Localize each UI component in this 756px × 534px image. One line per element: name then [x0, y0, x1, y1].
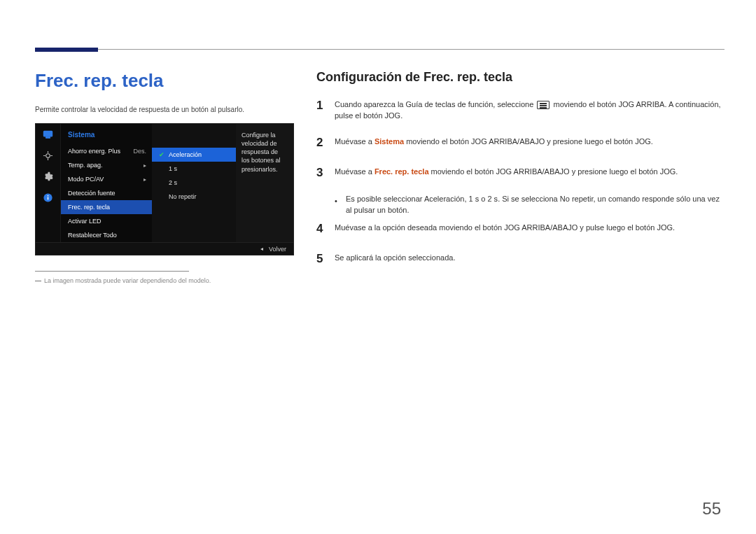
step-text: Cuando aparezca la Guía de teclas de fun… — [335, 97, 722, 122]
osd-row-modo: Modo PC/AV▸ — [61, 172, 152, 186]
step-number: 1 — [316, 97, 326, 122]
osd-footer-label: Volver — [269, 246, 286, 253]
footnote-dash: ― — [35, 277, 41, 284]
bullet-dot: • — [335, 194, 339, 216]
intro-text: Permite controlar la velocidad de respue… — [35, 106, 294, 113]
osd-sub-1s: ✔1 s — [152, 162, 236, 176]
step-number: 4 — [316, 220, 326, 238]
osd-row-frec: Frec. rep. tecla — [61, 200, 152, 214]
step-number: 3 — [316, 164, 326, 182]
page-number: 55 — [702, 499, 721, 519]
osd-iconbar — [36, 124, 61, 242]
footnote: ― La imagen mostrada puede variar depend… — [35, 277, 294, 284]
svg-rect-0 — [43, 131, 52, 136]
svg-rect-4 — [48, 197, 49, 199]
step-5: 5 Se aplicará la opción seleccionada. — [316, 251, 722, 268]
gear-icon — [36, 166, 60, 187]
target-icon — [36, 145, 60, 166]
osd-screenshot: Sistema Ahorro energ. PlusDes. Temp. apa… — [35, 123, 294, 255]
menu-icon — [537, 101, 550, 109]
footnote-text: La imagen mostrada puede variar dependie… — [44, 277, 211, 284]
header-accent — [35, 48, 98, 52]
step-1: 1 Cuando aparezca la Guía de teclas de f… — [316, 97, 722, 122]
osd-row-reset: Restablecer Todo — [61, 228, 152, 242]
bullet-text: Es posible seleccionar Aceleración, 1 s … — [346, 194, 722, 216]
osd-sub-norepetir: ✔No repetir — [152, 190, 236, 204]
svg-rect-5 — [48, 195, 49, 196]
osd-menu-title: Sistema — [61, 128, 152, 144]
svg-rect-1 — [46, 136, 50, 138]
right-heading: Configuración de Frec. rep. tecla — [316, 70, 722, 85]
footnote-rule — [35, 271, 189, 272]
monitor-icon — [36, 124, 60, 145]
osd-row-temp: Temp. apag.▸ — [61, 158, 152, 172]
step-number: 5 — [316, 251, 326, 268]
svg-point-2 — [46, 153, 50, 157]
back-triangle-icon: ◂ — [260, 246, 263, 252]
step-2: 2 Muévase a Sistema moviendo el botón JO… — [316, 134, 722, 152]
step-text: Muévase a Sistema moviendo el botón JOG … — [335, 134, 722, 152]
osd-row-deteccion: Detección fuente — [61, 186, 152, 200]
osd-footer: ◂ Volver — [36, 242, 293, 255]
right-column: Configuración de Frec. rep. tecla 1 Cuan… — [316, 70, 722, 280]
step-4: 4 Muévase a la opción deseada moviendo e… — [316, 220, 722, 238]
info-icon — [36, 187, 60, 208]
osd-submenu: ✔Aceleración ✔1 s ✔2 s ✔No repetir — [152, 124, 236, 242]
section-heading: Frec. rep. tecla — [35, 70, 294, 92]
osd-sub-2s: ✔2 s — [152, 176, 236, 190]
step-bullet: • Es posible seleccionar Aceleración, 1 … — [335, 194, 722, 216]
step-number: 2 — [316, 134, 326, 152]
osd-row-led: Activar LED — [61, 214, 152, 228]
left-column: Frec. rep. tecla Permite controlar la ve… — [35, 70, 294, 284]
osd-sub-aceleracion: ✔Aceleración — [152, 148, 236, 162]
check-icon: ✔ — [159, 151, 164, 158]
step-text: Muévase a Frec. rep. tecla moviendo el b… — [335, 164, 722, 182]
header-rule — [35, 49, 724, 50]
step-3: 3 Muévase a Frec. rep. tecla moviendo el… — [316, 164, 722, 182]
osd-menu: Sistema Ahorro energ. PlusDes. Temp. apa… — [61, 124, 152, 242]
osd-row-ahorro: Ahorro energ. PlusDes. — [61, 144, 152, 158]
osd-description: Configure la velocidad de respuesta de l… — [236, 124, 293, 242]
step-text: Muévase a la opción deseada moviendo el … — [335, 220, 722, 238]
step-text: Se aplicará la opción seleccionada. — [335, 251, 722, 268]
